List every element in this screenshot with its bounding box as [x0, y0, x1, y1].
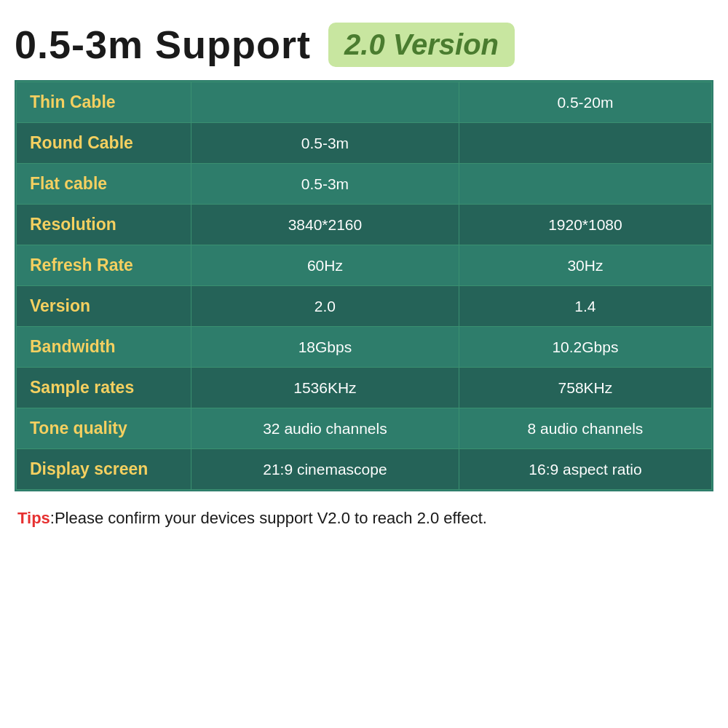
tips-text: :Please confirm your devices support V2.… — [50, 509, 487, 527]
row-col1: 60Hz — [191, 245, 459, 286]
row-col2: 758KHz — [459, 368, 711, 408]
spec-table: Thin Cable0.5-20mRound Cable0.5-3mFlat c… — [16, 82, 712, 490]
row-col1: 32 audio channels — [191, 408, 459, 449]
table-row: Display screen21:9 cinemascope16:9 aspec… — [17, 449, 712, 490]
row-col1 — [191, 82, 459, 123]
row-col1: 1536KHz — [191, 368, 459, 408]
row-label: Sample rates — [17, 368, 191, 408]
tips-section: Tips:Please confirm your devices support… — [15, 509, 713, 528]
row-label: Refresh Rate — [17, 245, 191, 286]
row-label: Thin Cable — [17, 82, 191, 123]
row-label: Display screen — [17, 449, 191, 490]
version-badge: 2.0 Version — [328, 23, 515, 67]
page-header: 0.5-3m Support 2.0 Version — [15, 22, 713, 67]
table-row: Flat cable0.5-3m — [17, 164, 712, 205]
row-label: Bandwidth — [17, 327, 191, 368]
row-col1: 0.5-3m — [191, 123, 459, 164]
row-col2 — [459, 123, 711, 164]
row-col2: 10.2Gbps — [459, 327, 711, 368]
table-row: Bandwidth18Gbps10.2Gbps — [17, 327, 712, 368]
row-label: Tone quality — [17, 408, 191, 449]
table-row: Resolution3840*21601920*1080 — [17, 205, 712, 245]
tips-label: Tips — [17, 509, 50, 527]
row-label: Version — [17, 286, 191, 327]
row-col2: 1.4 — [459, 286, 711, 327]
table-row: Sample rates1536KHz758KHz — [17, 368, 712, 408]
version-badge-text: 2.0 Version — [344, 28, 499, 60]
row-col2: 16:9 aspect ratio — [459, 449, 711, 490]
row-col2: 1920*1080 — [459, 205, 711, 245]
row-col1: 3840*2160 — [191, 205, 459, 245]
table-row: Refresh Rate60Hz30Hz — [17, 245, 712, 286]
row-col1: 2.0 — [191, 286, 459, 327]
row-col1: 21:9 cinemascope — [191, 449, 459, 490]
row-col1: 18Gbps — [191, 327, 459, 368]
row-label: Flat cable — [17, 164, 191, 205]
row-label: Round Cable — [17, 123, 191, 164]
row-label: Resolution — [17, 205, 191, 245]
row-col2: 30Hz — [459, 245, 711, 286]
table-row: Round Cable0.5-3m — [17, 123, 712, 164]
comparison-table: Thin Cable0.5-20mRound Cable0.5-3mFlat c… — [15, 80, 713, 491]
row-col2: 8 audio channels — [459, 408, 711, 449]
row-col1: 0.5-3m — [191, 164, 459, 205]
table-row: Thin Cable0.5-20m — [17, 82, 712, 123]
table-row: Version2.01.4 — [17, 286, 712, 327]
row-col2: 0.5-20m — [459, 82, 711, 123]
row-col2 — [459, 164, 711, 205]
main-title: 0.5-3m Support — [15, 22, 311, 67]
table-row: Tone quality32 audio channels8 audio cha… — [17, 408, 712, 449]
